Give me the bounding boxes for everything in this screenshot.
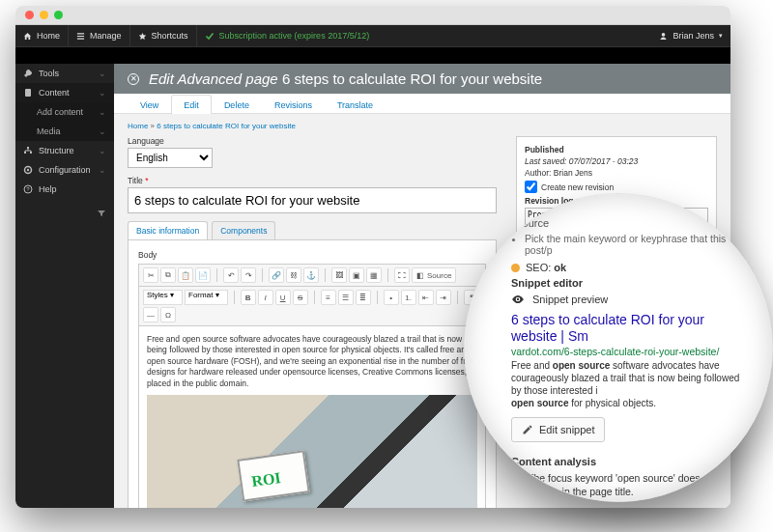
sidebar-item-configuration[interactable]: Configuration ⌄ (15, 160, 114, 180)
close-icon[interactable] (25, 11, 34, 19)
serp-url[interactable]: vardot.com/6-steps-calculate-roi-your-we… (511, 346, 745, 357)
chevron-down-icon: ⌄ (99, 126, 106, 136)
gear-icon (23, 165, 33, 175)
undo-icon[interactable]: ↶ (223, 267, 239, 283)
svg-point-0 (662, 33, 666, 37)
language-select[interactable]: English (128, 148, 213, 168)
editor-subtabs: Basic information Components (128, 221, 497, 239)
sidebar-collapse[interactable] (15, 199, 114, 223)
chevron-down-icon: ⌄ (99, 165, 106, 175)
tab-translate[interactable]: Translate (325, 95, 386, 114)
create-revision-label: Create new revision (541, 182, 614, 192)
user-icon (659, 32, 668, 41)
page-header: ✕ Edit Advanced page 6 steps to calculat… (114, 64, 730, 94)
shortcuts-link[interactable]: Shortcuts (130, 25, 197, 46)
manage-link[interactable]: Manage (69, 25, 130, 46)
maximize-icon[interactable]: ⛶ (394, 267, 410, 283)
home-link[interactable]: Home (15, 25, 69, 46)
sidebar-item-help[interactable]: ? Help (15, 180, 114, 199)
create-revision-input[interactable] (525, 181, 537, 193)
align-center-icon[interactable]: ☰ (338, 290, 354, 305)
format-select[interactable]: Format ▾ (185, 290, 228, 305)
tab-delete[interactable]: Delete (212, 95, 262, 114)
paste-icon[interactable]: 📋 (178, 267, 193, 283)
title-input[interactable] (128, 187, 497, 213)
sidebar-item-tools[interactable]: Tools ⌄ (15, 64, 114, 83)
content-analysis-heading: Content analysis (511, 456, 745, 467)
tab-edit[interactable]: Edit (171, 95, 212, 114)
sidebar-item-structure[interactable]: Structure ⌄ (15, 141, 114, 160)
subtab-basic[interactable]: Basic information (128, 221, 208, 239)
shortcuts-label: Shortcuts (152, 31, 188, 41)
link-icon[interactable]: 🔗 (269, 267, 284, 283)
sidebar-item-media[interactable]: Media ⌄ (15, 122, 114, 141)
list-ol-icon[interactable]: 1. (401, 290, 416, 305)
last-saved: Last saved: 07/07/2017 - 03:23 (525, 156, 708, 166)
sidebar-label: Structure (39, 146, 74, 155)
window-titlebar (15, 6, 730, 25)
title-label: Title * (128, 176, 497, 185)
edit-snippet-button[interactable]: Edit snippet (511, 417, 605, 442)
italic-icon[interactable]: I (258, 290, 273, 305)
wrench-icon (23, 69, 33, 78)
keyword-hint: Pick the main keyword or keyphrase that … (525, 233, 745, 256)
indent-icon[interactable]: ⇥ (436, 290, 451, 305)
source-button[interactable]: ◧ Source (412, 267, 456, 283)
subscription-label: Subscription active (expires 2017/5/12) (219, 31, 370, 41)
underline-icon[interactable]: U (275, 290, 291, 305)
filter-icon (97, 209, 106, 218)
user-menu[interactable]: Brian Jens ▾ (651, 25, 730, 46)
edit-snippet-label: Edit snippet (539, 424, 594, 435)
align-left-icon[interactable]: ≡ (321, 290, 336, 305)
admin-subbar (15, 46, 730, 64)
sidebar-item-add-content[interactable]: Add content ⌄ (15, 102, 114, 122)
help-icon: ? (23, 184, 33, 194)
anchor-icon[interactable]: ⚓ (303, 267, 319, 283)
sidebar-label: Content (39, 88, 70, 98)
bold-icon[interactable]: B (241, 290, 256, 305)
tree-icon (23, 146, 33, 155)
svg-point-6 (27, 169, 29, 171)
minimize-icon[interactable] (40, 11, 48, 19)
copy-icon[interactable]: ⧉ (160, 267, 176, 283)
strike-icon[interactable]: S (293, 290, 308, 305)
tab-revisions[interactable]: Revisions (262, 95, 325, 114)
chevron-down-icon: ⌄ (99, 69, 106, 78)
author: Author: Brian Jens (525, 168, 708, 178)
table-icon[interactable]: ▦ (366, 267, 382, 283)
editor-panel: Body ✂ ⧉ 📋 📄 ↶ ↷ 🔗 (128, 239, 497, 508)
back-button[interactable]: ✕ (128, 73, 139, 85)
sidebar-item-content[interactable]: Content ⌄ (15, 83, 114, 102)
align-right-icon[interactable]: ≣ (356, 290, 371, 305)
eye-icon (511, 293, 525, 306)
styles-select[interactable]: Styles ▾ (143, 290, 183, 305)
star-icon (138, 32, 147, 41)
language-label: Language (128, 136, 497, 146)
sidebar-label: Media (37, 126, 61, 136)
zoom-icon[interactable] (54, 11, 63, 19)
primary-tabs: View Edit Delete Revisions Translate (114, 94, 730, 114)
image-icon[interactable]: 🖼 (331, 267, 347, 283)
cut-icon[interactable]: ✂ (143, 267, 158, 283)
unlink-icon[interactable]: ⛓ (286, 267, 301, 283)
wysiwyg-body[interactable]: Free and open source software advocates … (138, 326, 486, 508)
tab-view[interactable]: View (128, 95, 171, 114)
subtab-components[interactable]: Components (212, 221, 275, 239)
media-icon[interactable]: ▣ (349, 267, 364, 283)
redo-icon[interactable]: ↷ (241, 267, 256, 283)
paste-text-icon[interactable]: 📄 (195, 267, 211, 283)
create-revision-checkbox[interactable]: Create new revision (525, 181, 708, 193)
sidebar-label: Help (39, 184, 57, 194)
serp-title[interactable]: 6 steps to calculate ROI for your websit… (511, 312, 745, 345)
page-title: Edit Advanced page 6 steps to calculate … (149, 70, 542, 87)
specialchar-icon[interactable]: Ω (160, 307, 176, 322)
chevron-down-icon: ▾ (719, 32, 723, 40)
sidebar-label: Configuration (39, 165, 91, 175)
list-ul-icon[interactable]: • (384, 290, 399, 305)
outdent-icon[interactable]: ⇤ (418, 290, 434, 305)
snippet-preview-label: Snippet preview (532, 294, 608, 305)
breadcrumb-home[interactable]: Home (128, 122, 148, 130)
hr-icon[interactable]: — (143, 307, 158, 322)
page-icon (23, 88, 33, 98)
breadcrumb-current[interactable]: 6 steps to calculate ROI for your websit… (157, 122, 296, 130)
